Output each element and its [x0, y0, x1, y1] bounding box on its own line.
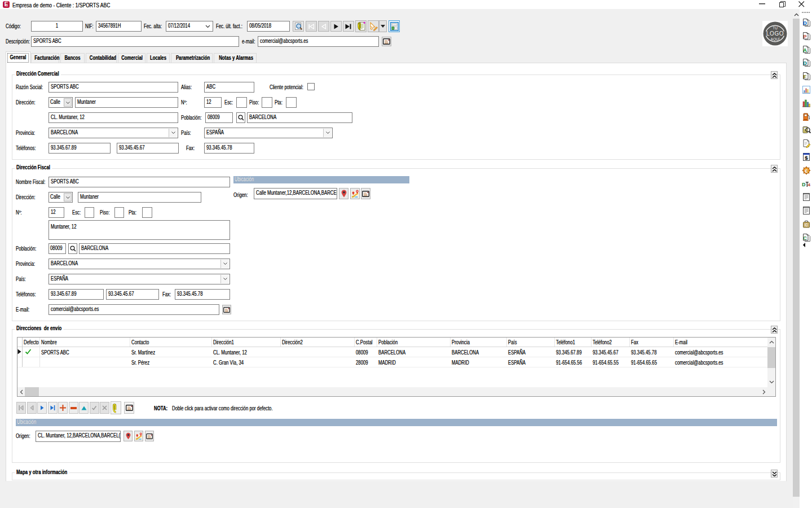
- svg-text:TU: TU: [773, 26, 778, 30]
- svg-text:D: D: [803, 60, 807, 66]
- svg-text:D: D: [803, 20, 807, 26]
- svg-text:$: $: [805, 155, 808, 161]
- svg-text:F: F: [804, 74, 807, 80]
- svg-text:D: D: [802, 182, 805, 187]
- svg-text:C: C: [805, 222, 808, 227]
- svg-text:P: P: [803, 34, 806, 40]
- svg-text:AQUÍ: AQUÍ: [771, 37, 780, 42]
- svg-text:4: 4: [808, 182, 811, 187]
- svg-text:LOGO: LOGO: [766, 30, 784, 37]
- svg-text:A: A: [803, 47, 807, 53]
- svg-text:€: €: [805, 168, 808, 174]
- svg-text:C: C: [803, 235, 807, 241]
